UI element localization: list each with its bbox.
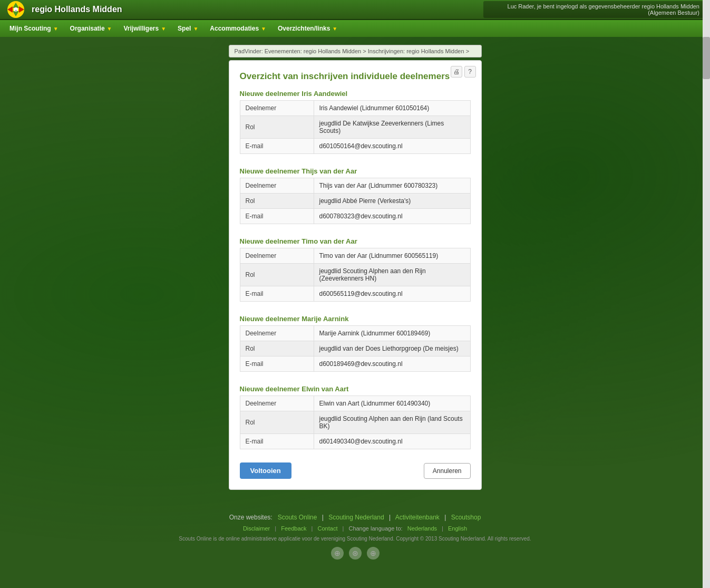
sep1: | (322, 514, 324, 521)
footer-contact[interactable]: Contact (318, 525, 338, 532)
participant-table-1: DeelnemerThijs van der Aar (Lidnummer 60… (240, 178, 471, 224)
table-row: Roljeugdlid De Katwijkse Zeeverkenners (… (240, 116, 470, 139)
site-title: regio Hollands Midden (32, 5, 483, 14)
nav-arrow-1: ▼ (107, 26, 112, 32)
footer-websites-label: Onze websites: (229, 514, 273, 521)
table-row: E-maild600565119@dev.scouting.nl (240, 286, 470, 302)
annuleren-button[interactable]: Annuleren (424, 463, 471, 479)
sep7: | (442, 525, 443, 532)
cell-value-0-2: d601050164@dev.scouting.nl (314, 139, 470, 154)
nav-spel[interactable]: Spel ▼ (172, 22, 203, 35)
main-nav: Mijn Scouting ▼ Organisatie ▼ Vrijwillig… (0, 20, 710, 37)
table-row: E-maild600189469@dev.scouting.nl (240, 356, 470, 372)
nav-accommodaties[interactable]: Accommodaties ▼ (205, 22, 271, 35)
header: ⚜ regio Hollands Midden Luc Rader, je be… (0, 0, 710, 20)
table-row: E-maild600780323@dev.scouting.nl (240, 209, 470, 224)
footer-icon-3[interactable]: ⊕ (367, 547, 380, 560)
user-info: Luc Rader, je bent ingelogd als gegevens… (483, 1, 705, 18)
cell-value-4-1: jeugdlid Scouting Alphen aan den Rijn (l… (314, 411, 470, 434)
cell-label-2-2: E-mail (240, 286, 314, 302)
main-content: PadVinder: Evenementen: regio Hollands M… (0, 37, 710, 498)
sep6: | (343, 525, 344, 532)
footer-disclaimer[interactable]: Disclaimer (243, 525, 270, 532)
footer-copyright: Scouts Online is de online administratie… (5, 536, 705, 542)
breadcrumb: PadVinder: Evenementen: regio Hollands M… (229, 45, 482, 57)
nav-arrow-0: ▼ (53, 26, 59, 32)
svg-text:⚜: ⚜ (15, 9, 17, 12)
cell-label-3-0: Deelnemer (240, 326, 314, 341)
page-title: Overzicht van inschrijven individuele de… (240, 71, 471, 82)
cell-value-3-0: Marije Aarnink (Lidnummer 600189469) (314, 326, 470, 341)
nav-overzichten[interactable]: Overzichten/links ▼ (273, 22, 343, 35)
participant-table-4: DeelnemerElwin van Aart (Lidnummer 60149… (240, 396, 471, 449)
cell-value-0-0: Iris Aandewiel (Lidnummer 601050164) (314, 101, 470, 116)
participant-title-2: Nieuwe deelnemer Timo van der Aar (240, 237, 471, 245)
nav-organisatie[interactable]: Organisatie ▼ (65, 22, 118, 35)
cell-label-2-0: Deelnemer (240, 248, 314, 264)
participant-table-3: DeelnemerMarije Aarnink (Lidnummer 60018… (240, 325, 471, 372)
footer-link-scouting-nl[interactable]: Scouting Nederland (328, 514, 384, 521)
footer: Onze websites: Scouts Online | Scouting … (0, 503, 710, 565)
cell-value-2-2: d600565119@dev.scouting.nl (314, 286, 470, 302)
footer-icon-2[interactable]: ⊛ (349, 547, 362, 560)
participants-container: Nieuwe deelnemer Iris AandewielDeelnemer… (240, 90, 471, 449)
cell-value-1-2: d600780323@dev.scouting.nl (314, 209, 470, 224)
cell-value-1-1: jeugdlid Abbé Pierre (Verkesta's) (314, 194, 470, 209)
nav-vrijwilligers[interactable]: Vrijwilligers ▼ (119, 22, 172, 35)
table-row: DeelnemerIris Aandewiel (Lidnummer 60105… (240, 101, 470, 116)
cell-label-0-0: Deelnemer (240, 101, 314, 116)
participant-table-2: DeelnemerTimo van der Aar (Lidnummer 600… (240, 248, 471, 302)
table-row: DeelnemerTimo van der Aar (Lidnummer 600… (240, 248, 470, 264)
participant-title-1: Nieuwe deelnemer Thijs van der Aar (240, 167, 471, 175)
scrollbar-thumb[interactable] (703, 37, 710, 79)
cell-value-3-2: d600189469@dev.scouting.nl (314, 356, 470, 372)
participant-table-0: DeelnemerIris Aandewiel (Lidnummer 60105… (240, 100, 471, 154)
sep2: | (389, 514, 391, 521)
nav-arrow-2: ▼ (161, 26, 166, 32)
cell-label-3-2: E-mail (240, 356, 314, 372)
footer-link-scoutshop[interactable]: Scoutshop (451, 514, 481, 521)
cell-value-2-0: Timo van der Aar (Lidnummer 600565119) (314, 248, 470, 264)
table-row: Roljeugdlid Scouting Alphen aan den Rijn… (240, 411, 470, 434)
voltooien-button[interactable]: Voltooien (240, 462, 291, 479)
help-button[interactable]: ? (464, 66, 476, 78)
cell-value-1-0: Thijs van der Aar (Lidnummer 600780323) (314, 178, 470, 194)
cell-value-4-2: d601490340@dev.scouting.nl (314, 434, 470, 449)
cell-label-4-0: Deelnemer (240, 396, 314, 411)
footer-feedback[interactable]: Feedback (281, 525, 306, 532)
footer-link-scouts-online[interactable]: Scouts Online (278, 514, 317, 521)
cell-value-0-1: jeugdlid De Katwijkse Zeeverkenners (Lim… (314, 116, 470, 139)
panel-icons: 🖨 ? (451, 66, 476, 78)
sep3: | (444, 514, 446, 521)
scouts-logo: ⚜ (5, 1, 26, 18)
button-row: Voltooien Annuleren (240, 462, 471, 479)
participant-section-0: Nieuwe deelnemer Iris AandewielDeelnemer… (240, 90, 471, 154)
cell-label-0-1: Rol (240, 116, 314, 139)
nav-mijn-scouting[interactable]: Mijn Scouting ▼ (4, 22, 64, 35)
table-row: Roljeugdlid Abbé Pierre (Verkesta's) (240, 194, 470, 209)
print-button[interactable]: 🖨 (451, 66, 462, 78)
table-row: Roljeugdlid Scouting Alphen aan den Rijn… (240, 264, 470, 286)
cell-label-2-1: Rol (240, 264, 314, 286)
cell-label-4-1: Rol (240, 411, 314, 434)
cell-value-2-1: jeugdlid Scouting Alphen aan den Rijn (Z… (314, 264, 470, 286)
footer-change-language-label: Change language to: (348, 525, 402, 532)
sep5: | (312, 525, 313, 532)
footer-icon-1[interactable]: ⊕ (331, 547, 344, 560)
scrollbar[interactable] (703, 0, 710, 588)
cell-label-3-1: Rol (240, 341, 314, 356)
footer-icons: ⊕ ⊛ ⊕ (5, 547, 705, 560)
cell-value-3-1: jeugdlid van der Does Liethorpgroep (De … (314, 341, 470, 356)
footer-links-row: Disclaimer | Feedback | Contact | Change… (5, 525, 705, 532)
footer-websites: Onze websites: Scouts Online | Scouting … (5, 514, 705, 521)
footer-lang-nl[interactable]: Nederlands (407, 525, 437, 532)
table-row: E-maild601490340@dev.scouting.nl (240, 434, 470, 449)
table-row: E-maild601050164@dev.scouting.nl (240, 139, 470, 154)
cell-label-0-2: E-mail (240, 139, 314, 154)
footer-link-activiteitenbank[interactable]: Activiteitenbank (395, 514, 440, 521)
cell-value-4-0: Elwin van Aart (Lidnummer 601490340) (314, 396, 470, 411)
cell-label-1-0: Deelnemer (240, 178, 314, 194)
cell-label-1-1: Rol (240, 194, 314, 209)
footer-lang-en[interactable]: English (448, 525, 467, 532)
main-panel: 🖨 ? Overzicht van inschrijven individuel… (229, 60, 482, 490)
